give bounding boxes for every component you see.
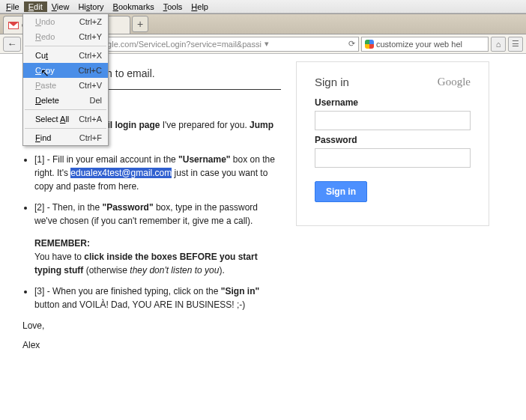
step-2: [2] - Then, in the "Password" box, type … — [34, 201, 281, 277]
signin-title: Sign in — [315, 76, 349, 88]
search-text: customize your web hel — [376, 40, 462, 49]
back-button[interactable]: ← — [3, 37, 21, 52]
new-tab-button[interactable]: + — [132, 16, 148, 32]
password-field[interactable] — [315, 148, 471, 168]
edit-menu-undo: UndoCtrl+Z — [23, 14, 108, 29]
edit-menu-copy[interactable]: CopyCtrl+C — [23, 63, 108, 78]
edit-menu-delete[interactable]: DeleteDel — [23, 93, 108, 108]
edit-menu-select-all[interactable]: Select AllCtrl+A — [23, 112, 108, 127]
dropdown-icon[interactable]: ▾ — [264, 39, 269, 49]
step-3: [3] - When you are finished typing, clic… — [34, 284, 281, 311]
password-label: Password — [315, 135, 471, 145]
edit-menu-find[interactable]: FindCtrl+F — [23, 130, 108, 145]
google-icon — [365, 40, 374, 49]
signin-button[interactable]: Sign in — [315, 181, 367, 202]
menu-separator — [25, 46, 106, 46]
username-label: Username — [315, 97, 471, 108]
feed-button[interactable]: ☰ — [508, 37, 523, 52]
menu-view[interactable]: View — [47, 1, 74, 12]
username-field[interactable] — [315, 111, 471, 130]
love-text: Love, — [22, 319, 281, 332]
edit-menu-cut[interactable]: CutCtrl+X — [23, 48, 108, 63]
signature: Alex — [22, 338, 281, 352]
reload-icon[interactable]: ⟳ — [348, 39, 355, 49]
menu-help[interactable]: Help — [187, 1, 213, 12]
menu-history[interactable]: History — [73, 1, 108, 12]
remember-heading: REMEMBER: — [34, 238, 90, 249]
menu-edit[interactable]: Edit — [24, 1, 47, 12]
menu-bookmarks[interactable]: Bookmarks — [109, 1, 159, 12]
login-box: Sign in Google Username Password Sign in — [296, 61, 489, 226]
menubar: FileEditViewHistoryBookmarksToolsHelp — [0, 0, 526, 13]
step-1: [1] - Fill in your email account in the … — [34, 153, 281, 193]
edit-menu-redo: RedoCtrl+Y — [23, 29, 108, 44]
google-logo: Google — [438, 76, 471, 88]
menu-separator — [25, 128, 106, 129]
menu-separator — [25, 109, 106, 110]
home-button[interactable]: ⌂ — [491, 37, 506, 52]
search-box[interactable]: customize your web hel — [361, 37, 489, 52]
edit-menu-paste: PasteCtrl+V — [23, 78, 108, 93]
selected-email: edualex4test@gmail.com — [70, 168, 172, 178]
edit-menu-dropdown: UndoCtrl+ZRedoCtrl+YCutCtrl+XCopyCtrl+CP… — [22, 13, 109, 146]
gmail-icon — [8, 22, 19, 29]
menu-file[interactable]: File — [1, 1, 24, 12]
menu-tools[interactable]: Tools — [159, 1, 187, 12]
